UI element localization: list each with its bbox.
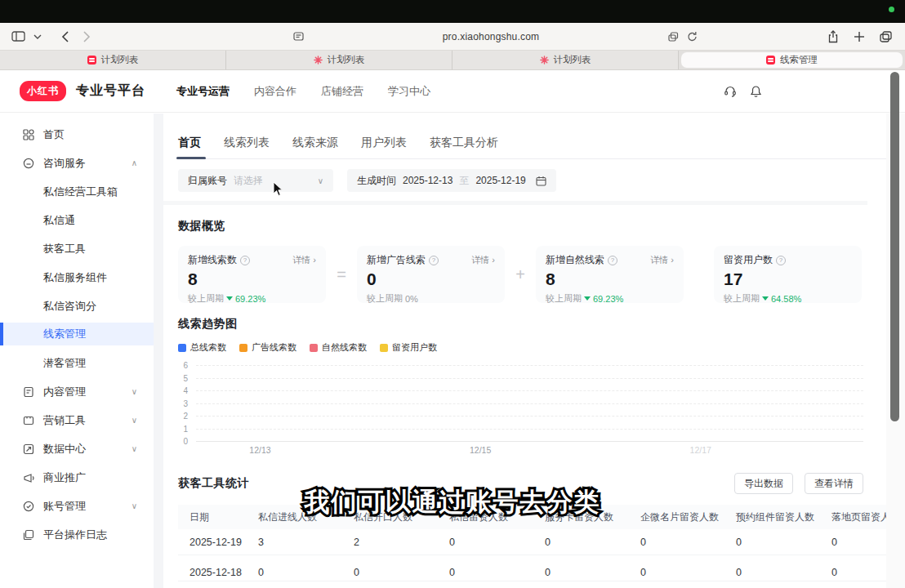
nav-item-content-coop[interactable]: 内容合作 [254, 84, 296, 99]
tab-overview-icon[interactable] [880, 27, 892, 47]
date-range-picker[interactable]: 生成时间 2025-12-13 至 2025-12-19 [347, 169, 556, 192]
help-icon[interactable]: ? [608, 256, 617, 265]
browser-tab-label: 计划列表 [101, 54, 139, 66]
detail-link[interactable]: 详情 › [471, 254, 495, 266]
tab-lead-list[interactable]: 线索列表 [224, 136, 270, 150]
account-icon [22, 501, 34, 512]
filter-bar: 归属账号 请选择 ∨ 生成时间 2025-12-13 至 2025-12-19 [178, 169, 886, 192]
tab-lead-source[interactable]: 线索来源 [292, 136, 338, 150]
back-button[interactable] [61, 27, 69, 47]
sidebar-item-dm-service-component[interactable]: 私信服务组件 [0, 263, 154, 292]
sidebar-item-lead-management[interactable]: 线索管理 [0, 323, 154, 345]
scrollbar-thumb[interactable] [890, 72, 899, 421]
sidebar-item-platform-log[interactable]: 平台操作日志 [0, 520, 154, 549]
account-select[interactable]: 归属账号 请选择 ∨ [178, 169, 333, 192]
legend-total-leads[interactable]: 总线索数 [178, 341, 226, 354]
equals-operator: = [326, 246, 357, 303]
site-header: 小红书 专业号平台 专业号运营 内容合作 店铺经营 学习中心 [0, 70, 905, 113]
spark-favicon [540, 56, 549, 65]
browser-tab-lead-management[interactable]: 线索管理 [681, 52, 903, 68]
overview-title: 数据概览 [178, 219, 886, 234]
card-value: 17 [724, 270, 852, 289]
sidebar-item-potential-customer[interactable]: 潜客管理 [0, 349, 154, 377]
help-icon[interactable]: ? [776, 256, 786, 265]
date-separator: 至 [459, 174, 469, 188]
reload-icon[interactable] [687, 27, 698, 47]
detail-link[interactable]: 详情 › [292, 254, 316, 266]
legend-retained-users[interactable]: 留资用户数 [380, 341, 437, 354]
nav-item-operation[interactable]: 专业号运营 [176, 84, 230, 99]
sidebar-item-acquisition-tools[interactable]: 获客工具 [0, 234, 154, 263]
browser-tab-plan-list-2[interactable]: 计划列表 [226, 51, 452, 69]
chevron-up-icon: ∧ [132, 158, 137, 167]
browser-tab-label: 计划列表 [554, 54, 591, 66]
chevron-down-icon[interactable] [33, 27, 42, 47]
legend-swatch [178, 344, 186, 352]
sidebar-group-content-management[interactable]: 内容管理 ∨ [0, 377, 154, 406]
nav-item-learning[interactable]: 学习中心 [388, 84, 430, 99]
chart-plot-area: 12/13 12/15 12/17 [196, 365, 863, 455]
sidebar-content-divider [154, 114, 163, 588]
export-data-button[interactable]: 导出数据 [734, 473, 793, 494]
page-settings-icon[interactable] [293, 27, 304, 47]
share-icon[interactable] [827, 27, 839, 47]
help-icon[interactable]: ? [240, 256, 250, 265]
tab-tool-analysis[interactable]: 获客工具分析 [430, 136, 498, 150]
sidebar-group-data-center[interactable]: 数据中心 ∨ [0, 434, 154, 463]
sidebar-group-consult-service[interactable]: 咨询服务 ∧ [0, 149, 154, 177]
sidebar: 首页 咨询服务 ∧ 私信经营工具箱 私信通 获客工具 私信服务组件 私信咨询分 … [0, 114, 154, 588]
card-value: 8 [546, 270, 674, 289]
legend-organic-leads[interactable]: 自然线索数 [310, 341, 367, 354]
x-axis-label: 12/15 [470, 445, 491, 455]
sidebar-group-account-management[interactable]: 账号管理 ∨ [0, 492, 154, 520]
sidebar-item-commercial-promotion[interactable]: 商业推广 [0, 463, 154, 492]
copy-link-icon[interactable] [668, 27, 679, 47]
change-value: 64.58% [771, 294, 801, 304]
sidebar-item-dm-pass[interactable]: 私信通 [0, 206, 154, 234]
view-detail-button[interactable]: 查看详情 [805, 473, 863, 494]
xiaohongshu-favicon [87, 56, 96, 65]
change-value: 0% [405, 294, 418, 304]
log-icon [22, 529, 34, 541]
detail-link[interactable]: 详情 › [650, 254, 674, 266]
browser-tab-label: 计划列表 [328, 54, 365, 66]
address-bar[interactable]: pro.xiaohongshu.com [443, 31, 540, 42]
xiaohongshu-logo[interactable]: 小红书 [20, 81, 66, 101]
sidebar-group-marketing-tools[interactable]: 营销工具 ∨ [0, 406, 154, 434]
megaphone-icon [22, 472, 34, 483]
chevron-down-icon: ∨ [318, 176, 323, 185]
card-value: 8 [188, 270, 316, 289]
new-tab-icon[interactable] [854, 27, 865, 47]
sidebar-item-dm-consult-score[interactable]: 私信咨询分 [0, 292, 154, 320]
card-organic-leads: 新增自然线索 ? 详情 › 8 较上周期 69.23% [536, 246, 684, 303]
x-axis-label: 12/13 [249, 445, 270, 455]
tab-home[interactable]: 首页 [178, 136, 201, 150]
trend-down-icon [584, 296, 591, 301]
forward-button[interactable] [83, 27, 91, 47]
section-divider [163, 201, 867, 205]
browser-toolbar: pro.xiaohongshu.com [0, 23, 905, 51]
help-icon[interactable]: ? [429, 256, 439, 265]
tab-user-list[interactable]: 用户列表 [361, 136, 407, 150]
overview-cards: 新增线索数 ? 详情 › 8 较上周期 69.23% = 新增广告线索 [178, 246, 886, 303]
x-axis-label: 12/17 [690, 445, 711, 455]
card-new-leads: 新增线索数 ? 详情 › 8 较上周期 69.23% [178, 246, 326, 303]
change-value: 69.23% [593, 294, 623, 304]
bell-icon[interactable] [750, 85, 762, 98]
sidebar-item-home[interactable]: 首页 [0, 120, 154, 149]
date-from-value: 2025-12-13 [403, 175, 452, 186]
nav-item-shop[interactable]: 店铺经营 [321, 84, 363, 99]
trend-chart-title: 线索趋势图 [178, 317, 886, 332]
browser-tab-plan-list-1[interactable]: 计划列表 [0, 51, 226, 69]
chevron-down-icon: ∨ [132, 387, 137, 396]
sidebar-item-dm-toolbox[interactable]: 私信经营工具箱 [0, 177, 154, 206]
customer-service-icon[interactable] [724, 85, 737, 97]
legend-swatch [239, 344, 247, 352]
chevron-down-icon: ∨ [132, 444, 137, 453]
legend-ad-leads[interactable]: 广告线索数 [239, 341, 296, 354]
chevron-down-icon: ∨ [132, 501, 137, 510]
recording-indicator-dot [889, 7, 894, 12]
browser-tab-plan-list-3[interactable]: 计划列表 [452, 51, 679, 69]
sidebar-toggle-icon[interactable] [11, 27, 25, 47]
date-to-value: 2025-12-19 [475, 175, 525, 186]
